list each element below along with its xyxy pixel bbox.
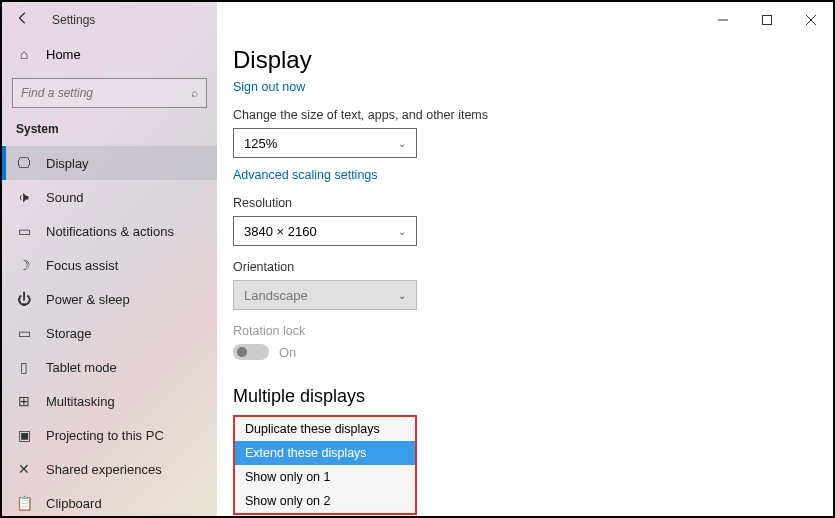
storage-icon: ▭ [16,325,32,341]
sidebar-item-display[interactable]: 🖵 Display [2,146,217,180]
multi-option-extend[interactable]: Extend these displays [235,441,415,465]
page-title: Display [233,46,813,74]
multi-option-only1[interactable]: Show only on 1 [235,465,415,489]
shared-icon: ✕ [16,461,32,477]
advanced-scaling-link[interactable]: Advanced scaling settings [233,168,813,182]
multi-option-only2[interactable]: Show only on 2 [235,489,415,513]
resolution-value: 3840 × 2160 [244,224,317,239]
orientation-select: Landscape ⌄ [233,280,417,310]
sidebar-item-clipboard[interactable]: 📋 Clipboard [2,486,217,518]
resolution-label: Resolution [233,196,813,210]
search-input[interactable] [21,86,191,100]
sidebar-item-tablet[interactable]: ▯ Tablet mode [2,350,217,384]
content-pane: Display Sign out now Change the size of … [217,2,833,516]
display-icon: 🖵 [16,155,32,171]
multiple-displays-title: Multiple displays [233,386,813,407]
chevron-down-icon: ⌄ [398,138,406,149]
sidebar-item-label: Sound [46,190,84,205]
sign-out-link[interactable]: Sign out now [233,80,813,94]
sound-icon: 🕩 [16,189,32,205]
scale-value: 125% [244,136,277,151]
multitasking-icon: ⊞ [16,393,32,409]
sidebar-item-label: Multitasking [46,394,115,409]
home-button[interactable]: ⌂ Home [2,38,217,70]
focus-icon: ☽ [16,257,32,273]
window-title: Settings [52,13,95,27]
sidebar-item-label: Focus assist [46,258,118,273]
power-icon: ⏻ [16,291,32,307]
clipboard-icon: 📋 [16,495,32,511]
scale-label: Change the size of text, apps, and other… [233,108,813,122]
sidebar-item-focus-assist[interactable]: ☽ Focus assist [2,248,217,282]
sidebar-item-sound[interactable]: 🕩 Sound [2,180,217,214]
orientation-label: Orientation [233,260,813,274]
multi-option-duplicate[interactable]: Duplicate these displays [235,417,415,441]
sidebar-item-label: Storage [46,326,92,341]
sidebar-item-label: Tablet mode [46,360,117,375]
notifications-icon: ▭ [16,223,32,239]
rotation-label: Rotation lock [233,324,813,338]
orientation-value: Landscape [244,288,308,303]
back-button[interactable] [16,11,34,29]
chevron-down-icon: ⌄ [398,290,406,301]
titlebar: Settings [2,2,833,38]
svg-rect-1 [763,16,772,25]
sidebar-item-label: Shared experiences [46,462,162,477]
close-button[interactable] [789,5,833,35]
home-icon: ⌂ [16,46,32,62]
maximize-button[interactable] [745,5,789,35]
sidebar-item-notifications[interactable]: ▭ Notifications & actions [2,214,217,248]
sidebar-item-power[interactable]: ⏻ Power & sleep [2,282,217,316]
sidebar-item-label: Power & sleep [46,292,130,307]
chevron-down-icon: ⌄ [398,226,406,237]
sidebar-item-label: Projecting to this PC [46,428,164,443]
sidebar-item-label: Clipboard [46,496,102,511]
search-box[interactable]: ⌕ [12,78,207,108]
sidebar-item-shared[interactable]: ✕ Shared experiences [2,452,217,486]
resolution-select[interactable]: 3840 × 2160 ⌄ [233,216,417,246]
minimize-button[interactable] [701,5,745,35]
multiple-displays-dropdown[interactable]: Duplicate these displays Extend these di… [233,415,417,515]
sidebar-item-multitasking[interactable]: ⊞ Multitasking [2,384,217,418]
tablet-icon: ▯ [16,359,32,375]
sidebar-item-label: Display [46,156,89,171]
search-icon: ⌕ [191,86,198,100]
scale-select[interactable]: 125% ⌄ [233,128,417,158]
rotation-value: On [279,345,296,360]
sidebar-item-storage[interactable]: ▭ Storage [2,316,217,350]
section-label: System [2,122,217,146]
sidebar: ⌂ Home ⌕ System 🖵 Display 🕩 Sound ▭ Noti… [2,2,217,516]
sidebar-item-projecting[interactable]: ▣ Projecting to this PC [2,418,217,452]
window-controls [701,5,833,35]
projecting-icon: ▣ [16,427,32,443]
rotation-toggle [233,344,269,360]
home-label: Home [46,47,81,62]
sidebar-item-label: Notifications & actions [46,224,174,239]
